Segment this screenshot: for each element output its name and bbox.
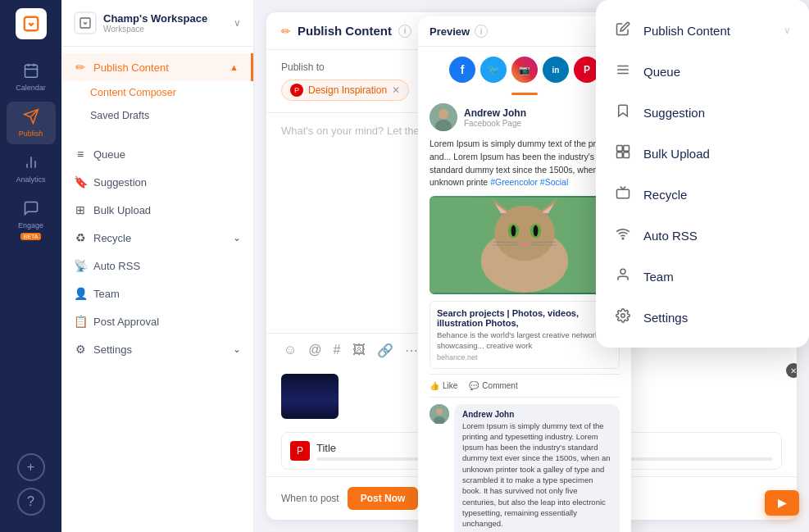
linkedin-icon[interactable]: in [543,57,569,83]
recycle-icon: ♻ [74,231,87,244]
like-label: Like [443,381,457,390]
comment-action[interactable]: 💬 Comment [469,381,517,390]
inner-sidebar-settings[interactable]: ⚙ Settings [61,335,253,363]
thumbnail-close-button[interactable]: ✕ [786,363,797,378]
dropdown-publish-chevron: ∨ [784,25,791,36]
preview-info-icon[interactable]: i [475,25,488,38]
publish-icon [23,108,39,127]
comment-avatar [429,404,449,424]
recycle-label: Recycle [93,232,131,244]
bookmark-icon: 🔖 [74,175,87,189]
dropdown-suggestion[interactable]: Suggestion [596,92,809,133]
facebook-icon[interactable]: f [449,57,475,83]
dropdown-team-label: Team [643,270,791,284]
link-preview-icon: P [290,441,310,461]
nav-section: ≡ Queue 🔖 Suggestion ⊞ Bulk Upload ♻ Rec… [61,134,253,370]
comment-bubble: Andrew John Lorem Ipsum is simply dummy … [454,404,620,532]
post-now-button[interactable]: Post Now [348,487,419,510]
dropdown-recycle-icon [614,185,632,203]
emoji-icon[interactable]: ☺ [281,340,299,361]
image-icon[interactable]: 🖼 [350,340,368,361]
approval-icon: 📋 [74,315,87,328]
inner-sidebar-bulk[interactable]: ⊞ Bulk Upload [61,196,253,224]
svg-rect-0 [24,17,38,31]
team-icon: 👤 [74,287,87,300]
dropdown-bulk-label: Bulk Upload [643,147,791,161]
sidebar-item-analytics[interactable]: Analytics [7,148,56,190]
dropdown-bulk-icon [614,144,632,162]
svg-rect-10 [80,18,90,28]
publish-content-label: Publish Content [93,61,169,74]
sidebar-nav: Calendar Publish Analytics [7,56,56,453]
question-icon: ? [27,494,34,509]
hashtag-icon[interactable]: # [331,340,343,361]
dropdown-queue[interactable]: Queue [596,51,809,92]
inner-sidebar-drafts[interactable]: Saved Drafts [61,104,253,127]
dropdown-auto-rss[interactable]: Auto RSS [596,215,809,256]
sidebar-item-engage[interactable]: Engage BETA [7,193,56,247]
comment-user-name: Andrew John [462,410,611,419]
dropdown-settings[interactable]: Settings [596,297,809,338]
svg-rect-36 [617,146,623,152]
dropdown-team[interactable]: Team [596,256,809,297]
sidebar-label-publish: Publish [19,130,43,138]
suggestion-label: Suggestion [93,176,147,189]
inner-sidebar-team[interactable]: 👤 Team [61,280,253,307]
post-text: Lorem Ipsum is simply dummy text of the … [429,138,620,189]
dropdown-suggestion-icon [614,103,632,121]
dropdown-queue-icon [614,62,632,80]
post-user-name: Andrew John [464,107,526,119]
post-actions: 👍 Like 💬 Comment [429,374,620,398]
dropdown-settings-icon [614,308,632,326]
help-button[interactable]: ? [17,488,45,516]
svg-point-23 [511,225,516,237]
inner-sidebar-suggestion[interactable]: 🔖 Suggestion [61,168,253,196]
rss-icon: 📡 [74,259,87,272]
chip-close-icon[interactable]: ✕ [392,84,400,96]
channel-chip[interactable]: P Design Inspiration ✕ [281,80,409,101]
svg-point-31 [436,408,443,415]
publish-section: ✏ Publish Content ▲ Content Composer Sav… [61,47,253,134]
sidebar-label-analytics: Analytics [16,175,45,184]
sidebar-item-calendar[interactable]: Calendar [7,56,56,98]
workspace-name: Champ's Workspace [103,12,207,25]
publish-chevron-up: ▲ [230,62,239,72]
inner-sidebar-queue[interactable]: ≡ Queue [61,140,253,168]
post-user-page: Facebook Page [464,119,526,128]
dropdown-publish-content[interactable]: Publish Content ∨ [596,10,809,51]
mention-icon[interactable]: @ [306,340,324,361]
dropdown-recycle-label: Recycle [643,188,791,202]
like-action[interactable]: 👍 Like [429,381,457,390]
app-logo[interactable] [16,8,47,39]
inner-sidebar-recycle[interactable]: ♻ Recycle [61,224,253,252]
dropdown-bulk-upload[interactable]: Bulk Upload [596,133,809,174]
sidebar-bottom: + ? [17,453,45,524]
plus-icon: + [27,460,34,475]
inner-sidebar-postapproval[interactable]: 📋 Post Approval [61,307,253,335]
autorss-label: Auto RSS [93,260,140,272]
workspace-icon [74,11,97,34]
comment-box: Andrew John Lorem Ipsum is simply dummy … [429,404,620,532]
postapproval-label: Post Approval [93,316,159,328]
floating-action-button[interactable]: ▶ [765,490,799,516]
thumbnail-item [281,374,339,419]
inner-sidebar-publish-content[interactable]: ✏ Publish Content ▲ [61,53,253,81]
workspace-header[interactable]: Champ's Workspace Workspace ∨ [61,0,253,47]
dropdown-recycle[interactable]: Recycle [596,174,809,215]
info-icon[interactable]: i [398,25,411,38]
twitter-icon[interactable]: 🐦 [480,57,507,83]
add-button[interactable]: + [17,453,45,481]
publish-panel-title: Publish Content [298,24,392,38]
left-sidebar: Calendar Publish Analytics [0,0,61,532]
inner-sidebar-composer[interactable]: Content Composer [61,81,253,104]
link-icon[interactable]: 🔗 [375,340,396,361]
dropdown-pencil-icon [614,21,632,39]
engage-icon [23,200,39,219]
instagram-icon[interactable]: 📷 [511,57,538,83]
bulk-icon: ⊞ [74,203,87,216]
sidebar-item-publish[interactable]: Publish [7,102,56,144]
pencil-icon: ✏ [74,61,87,74]
workspace-chevron-icon: ∨ [234,17,241,29]
inner-sidebar-autorss[interactable]: 📡 Auto RSS [61,252,253,280]
svg-point-24 [534,225,539,237]
